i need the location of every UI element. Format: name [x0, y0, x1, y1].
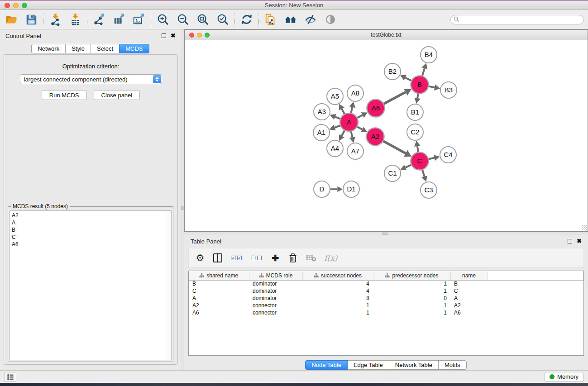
edge-B-B3[interactable] — [428, 86, 435, 88]
select-all-columns-button[interactable]: ☑☑ — [230, 252, 243, 264]
open-session-button[interactable] — [4, 12, 19, 27]
close-panel-button[interactable]: Close panel — [94, 90, 140, 100]
edge-B-B4[interactable] — [422, 68, 425, 76]
table-row[interactable]: A6connector11A6 — [189, 309, 583, 316]
table-cell[interactable]: 4 — [302, 287, 373, 295]
graph-node-A1[interactable]: A1 — [313, 124, 330, 141]
edge-A2-C[interactable] — [383, 141, 406, 153]
graph-node-C4[interactable]: C4 — [440, 147, 456, 163]
network-canvas[interactable]: B4B2BB3A8A5A6A3B1AC2A1A2A4A7C4CC1C3DD1 — [185, 40, 588, 231]
table-cell[interactable]: A6 — [450, 309, 488, 316]
table-cell[interactable]: 1 — [373, 309, 450, 316]
edge-B-B2[interactable] — [405, 78, 411, 81]
table-row[interactable]: Bdominator41B — [189, 280, 583, 287]
table-cell[interactable]: 1 — [302, 302, 373, 309]
zoom-fit-button[interactable] — [196, 12, 210, 27]
export-network-button[interactable] — [92, 12, 106, 27]
export-table-button[interactable] — [112, 12, 126, 27]
graph-node-A8[interactable]: A8 — [347, 85, 363, 101]
show-glyphs-button[interactable] — [323, 12, 338, 27]
graph-node-B[interactable]: B — [411, 76, 429, 94]
edge-A-A2[interactable] — [357, 127, 363, 129]
edge-C-C2[interactable] — [417, 146, 418, 152]
table-cell[interactable]: 1 — [373, 287, 450, 295]
table-cell[interactable]: C — [450, 287, 488, 295]
graph-node-A7[interactable]: A7 — [347, 143, 363, 159]
tab-motifs[interactable]: Motifs — [438, 360, 467, 370]
table-cell[interactable]: 0 — [373, 295, 450, 302]
table-cell[interactable]: A2 — [189, 302, 249, 309]
zoom-selected-button[interactable] — [215, 12, 230, 27]
table-cell[interactable]: dominator — [249, 280, 302, 287]
save-session-button[interactable] — [24, 12, 38, 27]
divider-grip[interactable] — [382, 232, 387, 235]
resize-grip-icon[interactable] — [582, 225, 587, 230]
table-cell[interactable]: 8 — [302, 295, 373, 302]
export-image-button[interactable] — [132, 12, 146, 27]
edge-A-A5[interactable] — [342, 109, 344, 114]
memory-button[interactable]: Memory — [545, 372, 583, 382]
close-panel-icon[interactable]: ✖ — [171, 33, 176, 38]
tab-network-table[interactable]: Network Table — [389, 360, 439, 370]
column-header-predecessor-nodes[interactable]: predecessor nodes — [373, 271, 450, 280]
refresh-button[interactable] — [239, 12, 254, 27]
graph-node-B3[interactable]: B3 — [440, 82, 457, 98]
edge-A-A4[interactable] — [342, 130, 345, 136]
zoom-window-button[interactable] — [22, 3, 27, 8]
horizontal-split-divider[interactable] — [184, 232, 588, 235]
table-cell[interactable]: 1 — [373, 280, 450, 287]
graph-node-A6[interactable]: A6 — [367, 100, 385, 117]
table-cell[interactable]: dominator — [249, 287, 302, 295]
graph-node-C1[interactable]: C1 — [384, 165, 401, 181]
result-list-item[interactable]: A6 — [10, 241, 166, 248]
table-cell[interactable]: A2 — [450, 302, 488, 309]
criterion-dropdown[interactable]: largest connected component (directed) — [20, 74, 162, 84]
table-cell[interactable]: 1 — [373, 302, 450, 309]
graph-node-B1[interactable]: B1 — [407, 104, 423, 120]
table-cell[interactable]: A — [450, 295, 488, 302]
float-panel-icon[interactable] — [162, 33, 166, 38]
result-list-scrollbar[interactable] — [166, 211, 171, 360]
close-panel-icon[interactable]: ✖ — [577, 239, 582, 243]
table-row[interactable]: A2connector11A2 — [189, 302, 583, 309]
tab-select[interactable]: Select — [91, 44, 120, 53]
column-header-name[interactable]: name — [450, 271, 488, 280]
tab-node-table[interactable]: Node Table — [305, 360, 348, 370]
deselect-all-columns-button[interactable]: ☐☐ — [250, 252, 263, 264]
edge-A-A8[interactable] — [351, 107, 352, 114]
home-network-button[interactable] — [283, 12, 298, 27]
table-cell[interactable]: B — [189, 280, 249, 287]
edge-C-C4[interactable] — [428, 158, 434, 159]
column-header-MCDS-role[interactable]: MCDS role — [249, 271, 302, 280]
edge-A-A3[interactable] — [335, 117, 340, 119]
function-builder-button[interactable]: f(x) — [324, 252, 337, 264]
graph-node-A3[interactable]: A3 — [314, 104, 330, 120]
table-cell[interactable]: 1 — [302, 309, 373, 316]
column-header-successor-nodes[interactable]: successor nodes — [302, 271, 373, 280]
import-table-button[interactable] — [68, 12, 82, 27]
create-column-button[interactable]: ✚ — [270, 252, 280, 264]
table-row[interactable]: Cdominator41C — [189, 287, 583, 295]
zoom-in-button[interactable] — [156, 12, 170, 27]
network-graph[interactable]: B4B2BB3A8A5A6A3B1AC2A1A2A4A7C4CC1C3DD1 — [185, 40, 588, 231]
new-network-from-selection-button[interactable] — [263, 12, 278, 27]
graph-node-C2[interactable]: C2 — [407, 124, 423, 140]
network-zoom-button[interactable] — [205, 33, 210, 38]
tab-mcds[interactable]: MCDS — [119, 44, 149, 53]
edge-C-C3[interactable] — [422, 170, 425, 176]
edge-A-A1[interactable] — [335, 125, 340, 128]
table-cell[interactable]: A6 — [189, 309, 249, 316]
result-list-item[interactable]: A — [10, 219, 166, 226]
delete-table-button[interactable] — [306, 252, 316, 264]
edge-A-A7[interactable] — [351, 131, 352, 138]
graph-node-A5[interactable]: A5 — [327, 88, 343, 105]
table-cell[interactable]: C — [189, 287, 249, 295]
table-cell[interactable]: connector — [249, 309, 302, 316]
network-close-button[interactable] — [189, 33, 194, 38]
table-cell[interactable]: 4 — [302, 280, 373, 287]
divider-grip[interactable] — [181, 206, 184, 210]
run-mcds-button[interactable]: Run MCDS — [42, 90, 87, 100]
table-settings-button[interactable]: ⚙ — [195, 252, 205, 264]
graph-node-D1[interactable]: D1 — [343, 181, 359, 197]
delete-column-button[interactable] — [288, 252, 298, 264]
